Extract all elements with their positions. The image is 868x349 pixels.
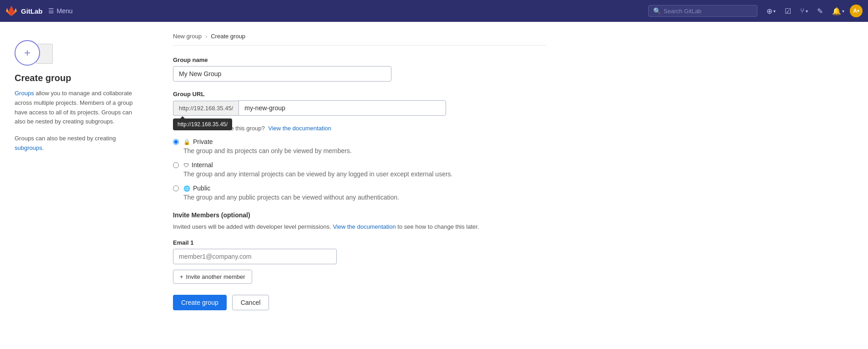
visibility-private-radio[interactable] [173, 139, 179, 145]
invite-description: Invited users will be added with develop… [173, 222, 546, 232]
group-name-input[interactable] [173, 66, 391, 82]
email-input[interactable] [173, 249, 337, 264]
visibility-public-radio[interactable] [173, 185, 179, 191]
lock-icon [183, 138, 190, 145]
subgroups-prefix: Groups can also be nested by creating [15, 135, 116, 142]
merge-button[interactable]: ⑂ ▾ [797, 5, 812, 17]
globe-icon [183, 185, 190, 192]
invite-desc-suffix: to see how to change this later. [396, 223, 479, 230]
visibility-public-title: Public [183, 185, 399, 192]
visibility-radio-group: Private The group and its projects can o… [173, 138, 546, 202]
breadcrumb-separator: › [205, 33, 207, 40]
top-navigation: GitLab ☰ Menu 🔍 ⊕ ▾ ☑ ⑂ ▾ ✎ 🔔 ▾ A ▾ [0, 0, 868, 22]
brand-logo[interactable]: GitLab [5, 5, 43, 17]
visibility-internal-option: Internal The group and any internal proj… [173, 161, 546, 179]
menu-toggle[interactable]: ☰ Menu [48, 7, 73, 15]
visibility-internal-title: Internal [183, 161, 452, 169]
url-slug-input[interactable] [239, 100, 446, 116]
cancel-button[interactable]: Cancel [232, 295, 269, 310]
invite-desc-prefix: Invited users will be added with develop… [173, 223, 333, 230]
visibility-public-details: Public The group and any public projects… [183, 185, 399, 202]
sidebar-description: Groups allow you to manage and collabora… [15, 89, 140, 127]
subgroups-suffix: . [42, 144, 44, 151]
search-icon: 🔍 [653, 7, 661, 15]
bell-button[interactable]: 🔔 ▾ [828, 5, 848, 17]
menu-label: Menu [57, 7, 73, 15]
invite-another-button[interactable]: + Invite another member [173, 270, 252, 284]
visibility-private-desc: The group and its projects can only be v… [183, 146, 352, 156]
breadcrumb: New group › Create group [173, 33, 546, 46]
breadcrumb-current: Create group [211, 33, 245, 40]
visibility-private-details: Private The group and its projects can o… [183, 138, 352, 156]
url-prefix: http://192.168.35.45/ [173, 101, 239, 116]
visibility-internal-details: Internal The group and any internal proj… [183, 161, 452, 179]
invite-section-title: Invite Members (optional) [173, 211, 546, 219]
todo-button[interactable]: ☑ [781, 5, 795, 17]
main-content: New group › Create group Group name Grou… [155, 22, 564, 349]
search-box[interactable]: 🔍 [648, 5, 757, 17]
group-name-label: Group name [173, 56, 546, 63]
email-label: Email 1 [173, 239, 546, 246]
visibility-public-option: Public The group and any public projects… [173, 185, 546, 202]
search-input[interactable] [664, 8, 752, 15]
visibility-internal-desc: The group and any internal projects can … [183, 169, 452, 179]
visibility-private-title: Private [183, 138, 352, 145]
create-group-sidebar: + Create group Groups allow you to manag… [0, 22, 155, 349]
plus-circle-icon: + [15, 40, 40, 66]
groups-link[interactable]: Groups [15, 90, 34, 97]
invite-another-label: Invite another member [186, 273, 245, 280]
sidebar-illustration: + [15, 40, 140, 66]
hamburger-icon: ☰ [48, 7, 54, 15]
visibility-private-option: Private The group and its projects can o… [173, 138, 546, 156]
plus-icon: + [180, 273, 183, 280]
sidebar-subgroups-text: Groups can also be nested by creating su… [15, 134, 140, 153]
group-name-field: Group name [173, 56, 546, 82]
url-tooltip: http://192.168.35.45/ [173, 118, 232, 130]
url-row: http://192.168.35.45/ http://192.168.35.… [173, 100, 446, 116]
nav-icons: ⊕ ▾ ☑ ⑂ ▾ ✎ 🔔 ▾ A ▾ [763, 5, 863, 17]
visibility-section: Who will be able to see this group? View… [173, 125, 546, 202]
shield-icon [183, 161, 189, 169]
plus-button[interactable]: ⊕ ▾ [763, 5, 779, 17]
invite-doc-link[interactable]: View the documentation [333, 223, 396, 230]
sidebar-title: Create group [15, 73, 140, 83]
user-avatar[interactable]: A ▾ [850, 5, 863, 17]
group-url-label: Group URL [173, 91, 546, 98]
group-url-field: Group URL http://192.168.35.45/ http://1… [173, 91, 546, 116]
subgroups-link[interactable]: subgroups [15, 144, 42, 151]
visibility-public-desc: The group and any public projects can be… [183, 193, 399, 202]
visibility-internal-radio[interactable] [173, 162, 179, 168]
visibility-doc-link[interactable]: View the documentation [268, 125, 331, 132]
page-container: + Create group Groups allow you to manag… [0, 22, 868, 349]
brand-name: GitLab [21, 7, 43, 15]
invite-section: Invite Members (optional) Invited users … [173, 211, 546, 284]
action-buttons: Create group Cancel [173, 295, 546, 310]
breadcrumb-parent[interactable]: New group [173, 33, 202, 40]
pencil-button[interactable]: ✎ [813, 5, 827, 17]
create-group-button[interactable]: Create group [173, 295, 227, 310]
